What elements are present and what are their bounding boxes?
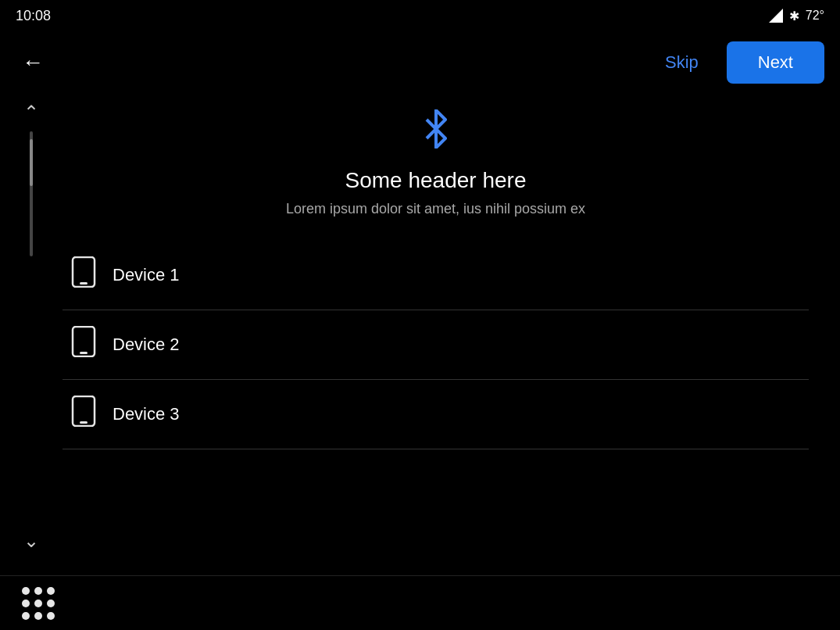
nav-left: ← xyxy=(16,44,50,81)
grid-dot xyxy=(47,612,55,620)
grid-dot xyxy=(47,587,55,595)
next-button[interactable]: Next xyxy=(727,41,824,84)
device-icon-2 xyxy=(70,326,97,363)
nav-bar: ← Skip Next xyxy=(0,31,840,94)
grid-dot xyxy=(47,600,55,607)
device-list: Device 1 Device 2 Devi xyxy=(63,241,809,567)
scroll-thumb xyxy=(30,139,33,186)
device-name-3: Device 3 xyxy=(113,404,180,424)
bluetooth-status-icon: ✱ xyxy=(789,9,799,23)
device-item-2[interactable]: Device 2 xyxy=(63,310,809,380)
device-item-1[interactable]: Device 1 xyxy=(63,241,809,310)
header-title: Some header here xyxy=(345,168,527,193)
apps-grid-button[interactable] xyxy=(16,581,61,626)
bluetooth-icon xyxy=(416,109,456,157)
main-content: ⌃ ⌄ Some header here Lorem ipsum dolor s… xyxy=(0,94,840,575)
header-subtitle: Lorem ipsum dolor sit amet, ius nihil po… xyxy=(286,201,585,217)
chevron-up-icon: ⌃ xyxy=(23,102,39,123)
svg-rect-2 xyxy=(80,282,88,285)
status-time: 10:08 xyxy=(16,8,51,24)
header-section: Some header here Lorem ipsum dolor sit a… xyxy=(63,102,809,217)
device-icon-3 xyxy=(70,396,97,433)
bottom-bar xyxy=(0,575,840,630)
nav-right: Skip Next xyxy=(652,41,824,84)
grid-dot xyxy=(34,600,42,607)
device-name-2: Device 2 xyxy=(113,335,180,355)
grid-dot xyxy=(22,612,30,620)
skip-button[interactable]: Skip xyxy=(652,46,711,79)
scroll-indicator: ⌃ ⌄ xyxy=(0,94,63,575)
content-area: Some header here Lorem ipsum dolor sit a… xyxy=(63,94,840,575)
svg-marker-0 xyxy=(769,9,783,23)
grid-dot xyxy=(22,600,30,607)
status-icons: ✱ 72° xyxy=(769,9,824,23)
grid-dot xyxy=(34,612,42,620)
status-bar: 10:08 ✱ 72° xyxy=(0,0,840,31)
temperature-display: 72° xyxy=(806,9,824,23)
back-button[interactable]: ← xyxy=(16,44,50,81)
scroll-track xyxy=(30,131,33,256)
grid-dot xyxy=(22,587,30,595)
device-icon-1 xyxy=(70,256,97,294)
device-name-1: Device 1 xyxy=(113,265,180,285)
signal-icon xyxy=(769,9,783,23)
svg-rect-6 xyxy=(80,421,88,424)
device-item-3[interactable]: Device 3 xyxy=(63,380,809,449)
chevron-down-icon: ⌄ xyxy=(23,530,39,552)
svg-rect-4 xyxy=(80,352,88,354)
grid-dot xyxy=(34,587,42,595)
